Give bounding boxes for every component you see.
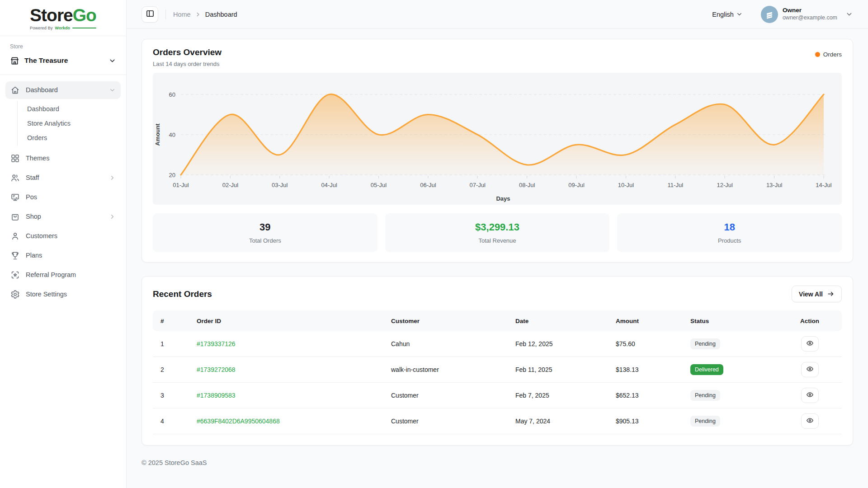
legend-label: Orders (823, 51, 842, 58)
orders-overview-card: Orders Overview Last 14 days order trend… (142, 39, 853, 263)
user-email: owner@example.com (783, 14, 837, 22)
sidebar-item-plans[interactable]: Plans (5, 247, 121, 264)
customer-cell: walk-in-customer (383, 366, 508, 373)
svg-text:40: 40 (169, 131, 175, 138)
status-badge: Pending (690, 416, 720, 427)
users-icon (10, 173, 20, 183)
order-id-link[interactable]: #1738909583 (197, 392, 236, 399)
table-row: 4 #6639F8402D6A9950604868 Customer May 7… (153, 408, 842, 434)
customer-cell: Cahun (383, 340, 508, 347)
language-selector[interactable]: English (712, 11, 743, 18)
stat-value: 39 (259, 221, 270, 233)
footer: © 2025 StoreGo SaaS (142, 446, 853, 466)
stat-label: Total Orders (249, 237, 281, 244)
sidebar-subnav: DashboardStore AnalyticsOrders (17, 101, 121, 146)
sidebar-item-pos[interactable]: Pos (5, 188, 121, 206)
orders-table-header: #Order IDCustomerDateAmountStatusAction (153, 310, 842, 331)
chevron-right-icon (109, 213, 116, 220)
gear-icon (10, 290, 20, 299)
panel-icon (146, 9, 155, 19)
breadcrumb-home-link[interactable]: Home (173, 11, 191, 18)
amount-cell: $905.13 (608, 418, 683, 425)
avatar (761, 6, 778, 23)
row-index: 3 (153, 392, 189, 399)
pos-icon (10, 192, 20, 202)
eye-icon (806, 339, 814, 348)
brand-tagline: Powered By Workdo (30, 26, 96, 30)
date-cell: Feb 7, 2025 (508, 392, 608, 399)
stat-label: Products (718, 237, 741, 244)
table-row: 3 #1738909583 Customer Feb 7, 2025 $652.… (153, 383, 842, 408)
breadcrumb: Home Dashboard (173, 11, 237, 18)
svg-text:03-Jul: 03-Jul (272, 182, 288, 188)
sidebar-item-dashboard[interactable]: Dashboard (5, 81, 121, 99)
top-bar: Home Dashboard English Owner owner@examp… (127, 0, 868, 29)
stat-value: 18 (724, 221, 735, 233)
store-section: Store The Treasure (0, 36, 126, 75)
referral-icon (10, 270, 20, 280)
sidebar-item-themes[interactable]: Themes (5, 150, 121, 167)
summary-stats: 39 Total Orders $3,299.13 Total Revenue … (153, 213, 842, 252)
store-section-label: Store (10, 43, 116, 50)
sidebar-item-shop[interactable]: Shop (5, 208, 121, 225)
sidebar-subitem-orders[interactable]: Orders (18, 131, 121, 145)
stat-card-total-revenue: $3,299.13 Total Revenue (385, 213, 610, 252)
row-index: 1 (153, 340, 189, 347)
view-all-button[interactable]: View All (792, 286, 842, 302)
status-badge: Delivered (690, 364, 723, 375)
app-root: StoreGo Powered By Workdo Store The Trea… (0, 0, 868, 488)
eye-icon (806, 391, 814, 400)
view-order-button[interactable] (801, 388, 819, 403)
orders-overview-title: Orders Overview (153, 47, 222, 57)
order-id-link[interactable]: #1739272068 (197, 366, 236, 373)
eye-icon (806, 365, 814, 374)
column-header-amount: Amount (608, 318, 683, 324)
column-header-order-id: Order ID (189, 318, 383, 324)
topbar-right: English Owner owner@example.com (712, 6, 853, 23)
sidebar-item-customers[interactable]: Customers (5, 227, 121, 245)
sidebar: StoreGo Powered By Workdo Store The Trea… (0, 0, 127, 488)
view-order-button[interactable] (801, 336, 819, 352)
orders-overview-subtitle: Last 14 days order trends (153, 61, 222, 67)
svg-text:05-Jul: 05-Jul (371, 182, 387, 188)
recent-orders-title: Recent Orders (153, 289, 212, 299)
view-order-button[interactable] (801, 362, 819, 377)
column-header-action: Action (778, 318, 842, 324)
brand-logo[interactable]: StoreGo Powered By Workdo (30, 6, 96, 30)
bag-icon (10, 212, 20, 221)
grid-icon (10, 154, 20, 163)
table-row: 2 #1739272068 walk-in-customer Feb 11, 2… (153, 357, 842, 383)
sidebar-subitem-dashboard[interactable]: Dashboard (18, 102, 121, 116)
stat-card-total-orders: 39 Total Orders (153, 213, 377, 252)
storefront-icon (10, 56, 19, 66)
svg-text:60: 60 (169, 91, 175, 98)
legend-dot-icon (815, 52, 820, 57)
chart-legend-orders[interactable]: Orders (815, 51, 842, 58)
user-menu[interactable]: Owner owner@example.com (761, 6, 853, 23)
sidebar-item-referral-program[interactable]: Referral Program (5, 266, 121, 284)
store-name: The Treasure (24, 56, 104, 65)
arrow-right-icon (827, 290, 835, 298)
table-row: 1 #1739337126 Cahun Feb 12, 2025 $75.60 … (153, 331, 842, 357)
svg-text:01-Jul: 01-Jul (173, 182, 189, 188)
status-badge: Pending (690, 390, 720, 401)
svg-text:09-Jul: 09-Jul (568, 182, 585, 188)
order-id-link[interactable]: #1739337126 (197, 340, 236, 347)
sidebar-toggle-button[interactable] (142, 6, 158, 23)
customer-cell: Customer (383, 418, 508, 425)
sidebar-item-store-settings[interactable]: Store Settings (5, 286, 121, 303)
sidebar-item-staff[interactable]: Staff (5, 169, 121, 187)
chevron-down-icon (736, 11, 743, 18)
svg-text:08-Jul: 08-Jul (519, 182, 535, 188)
view-order-button[interactable] (801, 413, 819, 429)
svg-text:Days: Days (496, 195, 510, 202)
order-id-link[interactable]: #6639F8402D6A9950604868 (197, 418, 280, 425)
recent-orders-card: Recent Orders View All #Order IDCustomer… (142, 276, 853, 446)
home-icon (10, 85, 20, 95)
row-index: 2 (153, 366, 189, 373)
svg-text:10-Jul: 10-Jul (618, 182, 634, 188)
store-selector[interactable]: The Treasure (10, 56, 116, 66)
sidebar-subitem-store-analytics[interactable]: Store Analytics (18, 116, 121, 131)
chevron-down-icon (108, 57, 116, 65)
column-header-status: Status (683, 318, 778, 324)
